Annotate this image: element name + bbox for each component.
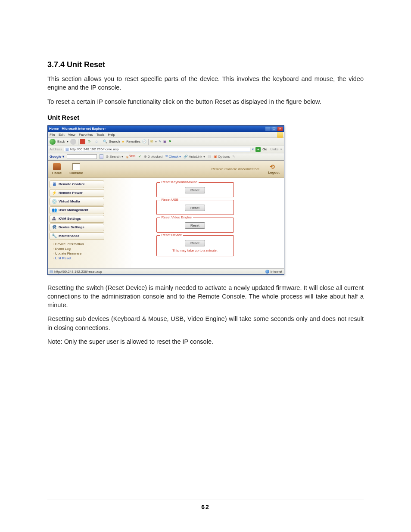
- back-button-label[interactable]: Back: [57, 140, 65, 143]
- bullet-icon: ◦: [53, 247, 54, 251]
- google-toolbar-label[interactable]: Google ▾: [50, 155, 64, 159]
- nav-console-label: Console: [69, 171, 83, 175]
- google-new-indicator[interactable]: ✳New!: [126, 154, 136, 159]
- back-dropdown-icon[interactable]: ▾: [67, 140, 68, 143]
- sidebar-item-remote-control[interactable]: 🖥Remote Control: [50, 180, 104, 188]
- menu-help[interactable]: Help: [108, 133, 115, 137]
- edit-icon[interactable]: ✎: [159, 140, 162, 143]
- google-extra-icon[interactable]: ✎: [232, 155, 235, 159]
- virtual-media-icon: 💿: [52, 199, 57, 204]
- sidebar-item-virtual-media[interactable]: 💿Virtual Media: [50, 198, 104, 205]
- sidebar-item-user-management[interactable]: 👥User Management: [50, 206, 104, 214]
- home-icon[interactable]: ⌂: [94, 139, 99, 144]
- reset-usb-button[interactable]: Reset: [185, 205, 205, 211]
- toolbar-search-label[interactable]: Search: [109, 140, 120, 143]
- refresh-icon[interactable]: ⟳: [87, 139, 92, 144]
- toolbar-separator: [101, 139, 101, 145]
- go-button-icon[interactable]: ➔: [255, 147, 261, 152]
- sidebar-sub-unit-reset[interactable]: ◦Unit Reset: [53, 256, 104, 261]
- google-options-button[interactable]: ▣ Options: [214, 155, 230, 159]
- window-maximize-button[interactable]: □: [271, 127, 277, 131]
- sidebar-item-maintenance[interactable]: 🔧Maintenance: [50, 232, 104, 240]
- toolbar-separator: [78, 139, 78, 145]
- sidebar-sub-event-log[interactable]: ◦Event Log: [53, 246, 104, 251]
- reset-device-button[interactable]: Reset: [185, 240, 205, 246]
- statusbar-url: http://60.248.192.236/reset.asp: [54, 270, 265, 274]
- sidebar-sub-device-information[interactable]: ◦Device Information: [53, 242, 104, 246]
- menu-view[interactable]: View: [68, 133, 75, 137]
- menu-file[interactable]: File: [50, 133, 55, 137]
- forward-button-icon[interactable]: [70, 139, 76, 145]
- screenshot-figure: Home - Microsoft Internet Explorer – □ ×…: [47, 125, 284, 275]
- paragraph-after-1: Resetting the switch (Reset Device) is m…: [47, 283, 364, 310]
- google-popup-blocker[interactable]: ⊘ 0 blocked: [144, 155, 162, 159]
- paragraph-after-2: Resetting sub devices (Keyboard & Mouse,…: [47, 314, 364, 332]
- nav-home[interactable]: Home: [52, 163, 62, 175]
- menu-bar: File Edit View Favorites Tools Help: [48, 132, 284, 138]
- sidebar-item-remote-power[interactable]: ⚡Remote Power: [50, 189, 104, 197]
- discuss-icon[interactable]: ▣: [163, 140, 167, 143]
- google-autofill-icon[interactable]: ▤: [208, 155, 211, 159]
- logout-icon: ⟲: [270, 164, 277, 171]
- google-check-button[interactable]: ᴬᴮ Check ▾: [165, 155, 181, 159]
- sidebar-item-device-settings[interactable]: 🛠Device Settings: [50, 224, 104, 231]
- app-body: 🖥Remote Control ⚡Remote Power 💿Virtual M…: [48, 178, 284, 268]
- sidebar-item-kvm-settings[interactable]: 🖧KVM Settings: [50, 215, 104, 223]
- nav-console-icon: [72, 163, 80, 170]
- menu-tools[interactable]: Tools: [97, 133, 105, 137]
- reset-device-note: This may take up to a minute.: [160, 249, 230, 252]
- toolbar-separator: [148, 139, 149, 145]
- favorites-icon[interactable]: ★: [121, 140, 125, 143]
- status-bar: ▤ http://60.248.192.236/reset.asp Intern…: [48, 268, 284, 274]
- reset-keyboard-mouse-button[interactable]: Reset: [185, 187, 205, 193]
- window-title: Home - Microsoft Internet Explorer: [49, 127, 265, 131]
- nav-home-label: Home: [52, 171, 62, 175]
- paragraph-note: Note: Only the super user is allowed to …: [47, 337, 364, 346]
- print-icon[interactable]: ▾: [155, 140, 157, 143]
- fieldset-reset-device: Reset Device Reset This may take up to a…: [156, 235, 234, 256]
- sidebar-sub-update-firmware[interactable]: ◦Update Firmware: [53, 251, 104, 256]
- ie-logo-icon: [277, 132, 283, 138]
- google-autolink-button[interactable]: 🔗 AutoLink ▾: [184, 155, 205, 159]
- main-panel: Reset Keyboard/Mouse Reset Reset USB Res…: [106, 178, 284, 268]
- bullet-icon: ◦: [53, 252, 54, 255]
- google-search-button[interactable]: G Search ▾: [106, 155, 123, 159]
- menu-favorites[interactable]: Favorites: [79, 133, 93, 137]
- stop-icon[interactable]: [80, 139, 85, 144]
- statusbar-page-icon: ▤: [50, 270, 53, 274]
- address-input[interactable]: ▤ http://60.248.192.236/home.asp: [64, 147, 250, 152]
- window-minimize-button[interactable]: –: [265, 127, 271, 131]
- internet-zone-icon: [265, 270, 269, 274]
- fieldset-reset-keyboard-mouse: Reset Keyboard/Mouse Reset: [156, 182, 234, 197]
- history-icon[interactable]: 🕘: [142, 140, 146, 143]
- google-search-input[interactable]: [67, 154, 97, 159]
- google-toolbar: Google ▾ G Search ▾ ✳New! ✔ ⊘ 0 blocked …: [48, 153, 284, 161]
- user-management-icon: 👥: [52, 208, 57, 213]
- maintenance-icon: 🔧: [52, 233, 57, 239]
- logout-button[interactable]: ⟲ Logout: [268, 164, 280, 174]
- remote-console-status: Remote Console disconnected!: [212, 167, 259, 171]
- search-icon[interactable]: 🔍: [103, 140, 107, 143]
- toolbar-favorites-label[interactable]: Favorites: [126, 140, 140, 143]
- google-spellcheck-icon[interactable]: ✔: [138, 155, 141, 159]
- window-titlebar: Home - Microsoft Internet Explorer – □ ×: [48, 126, 284, 132]
- remote-power-icon: ⚡: [52, 190, 57, 196]
- legend-reset-usb: Reset USB: [160, 198, 180, 202]
- mail-icon[interactable]: ✉: [150, 140, 153, 143]
- messenger-icon[interactable]: ⚑: [168, 140, 171, 143]
- legend-reset-device: Reset Device: [160, 233, 184, 237]
- links-label[interactable]: Links: [271, 147, 279, 151]
- window-close-button[interactable]: ×: [277, 127, 283, 131]
- bullet-icon: ◦: [53, 256, 54, 260]
- google-search-dropdown-icon[interactable]: [100, 154, 103, 159]
- go-button-label[interactable]: Go: [262, 147, 267, 151]
- nav-console[interactable]: Console: [69, 163, 83, 175]
- page-number: 62: [201, 504, 210, 510]
- paragraph-intro-2: To reset a certain IP console functional…: [47, 97, 364, 106]
- reset-video-engine-button[interactable]: Reset: [185, 222, 205, 229]
- back-button-icon[interactable]: [50, 139, 56, 145]
- address-dropdown-icon[interactable]: ▾: [252, 147, 254, 151]
- device-settings-icon: 🛠: [52, 225, 57, 230]
- menu-edit[interactable]: Edit: [59, 133, 65, 137]
- links-chevron-icon[interactable]: »: [280, 147, 282, 151]
